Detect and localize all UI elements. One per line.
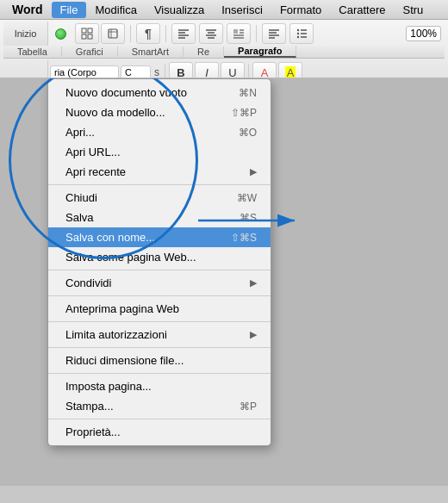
toolbar-btn-2[interactable] [101, 23, 125, 44]
toolbar-row1: Inizio ¶ [3, 22, 445, 46]
menu-open-url[interactable]: Apri URL... [48, 142, 271, 162]
section-paragrafo: Paragrafo [224, 46, 296, 58]
menu-open-recent[interactable]: Apri recente ▶ [48, 162, 271, 182]
file-dropdown-menu: Nuovo documento vuoto ⌘N Nuovo da modell… [47, 78, 271, 446]
inizio-label: Inizio [3, 22, 48, 46]
font-size-label: s [152, 66, 161, 78]
menu-inserisci[interactable]: Inserisci [213, 2, 271, 18]
menu-new-template[interactable]: Nuovo da modello... ⇧⌘P [48, 102, 271, 122]
menu-carattere[interactable]: Carattere [330, 2, 394, 18]
sep-5 [48, 347, 271, 348]
menu-save-web[interactable]: Salva come pagina Web... [48, 247, 271, 267]
traffic-light-icon[interactable] [55, 28, 66, 40]
tab-smartart[interactable]: SmartArt [118, 47, 184, 57]
list-icon-btn[interactable] [289, 23, 314, 44]
svg-rect-13 [233, 29, 238, 34]
svg-point-22 [297, 29, 299, 31]
sep-3 [48, 295, 271, 296]
inizio-label-2 [3, 60, 48, 78]
italic-btn[interactable]: I [195, 62, 219, 78]
font-name-input[interactable] [50, 65, 119, 78]
font-size-input[interactable] [121, 65, 151, 78]
extra-icon-btn[interactable] [262, 23, 286, 44]
toolbar-area: Inizio ¶ [0, 20, 448, 78]
menu-open[interactable]: Apri... ⌘O [48, 122, 271, 142]
menu-visualizza[interactable]: Visualizza [146, 2, 213, 18]
menu-strum[interactable]: Stru [394, 2, 432, 18]
font-sep [165, 64, 165, 78]
menu-file[interactable]: File [52, 2, 87, 18]
app-name: Word [3, 3, 52, 16]
svg-rect-2 [82, 34, 86, 39]
menu-reduce-size[interactable]: Riduci dimensione file... [48, 351, 271, 370]
toolbar-sep-2 [165, 25, 166, 42]
main-content-area: Nuovo documento vuoto ⌘N Nuovo da modell… [0, 78, 448, 486]
svg-point-26 [297, 36, 299, 38]
underline-btn[interactable]: U [221, 62, 245, 78]
tab-grafici[interactable]: Grafici [62, 47, 118, 57]
menu-properties[interactable]: Proprietà... [48, 422, 271, 442]
menu-bar: Word File Modifica Visualizza Inserisci … [0, 0, 448, 20]
sep-4 [48, 321, 271, 322]
section-names: Tabella Grafici SmartArt Re Paragrafo [3, 46, 445, 59]
toolbar-row2: s B I U A A [3, 59, 445, 78]
menu-print[interactable]: Stampa... ⌘P [48, 396, 271, 416]
zoom-display[interactable]: 100% [406, 26, 441, 41]
svg-point-24 [297, 33, 299, 34]
tab-re[interactable]: Re [184, 47, 224, 57]
toolbar-sep-1 [130, 25, 131, 42]
paragraph-icon-btn[interactable]: ¶ [136, 23, 160, 44]
menu-save[interactable]: Salva ⌘S [48, 208, 271, 227]
menu-close[interactable]: Chiudi ⌘W [48, 188, 271, 208]
sep-6 [48, 373, 271, 374]
toolbar-sep-3 [256, 25, 257, 42]
svg-rect-0 [82, 28, 86, 33]
align-center-btn[interactable] [199, 23, 223, 44]
bold-btn[interactable]: B [169, 62, 193, 78]
tab-tabella[interactable]: Tabella [3, 47, 62, 57]
sep-1 [48, 184, 271, 185]
menu-share[interactable]: Condividi ▶ [48, 273, 271, 293]
sep-2 [48, 270, 271, 270]
menu-page-setup[interactable]: Imposta pagina... [48, 376, 271, 396]
menu-modifica[interactable]: Modifica [86, 2, 145, 18]
svg-rect-3 [88, 34, 92, 39]
toolbar-btn-1[interactable] [75, 23, 99, 44]
svg-rect-1 [88, 28, 92, 33]
menu-limit-auth[interactable]: Limita autorizzazioni ▶ [48, 325, 271, 345]
menu-save-as[interactable]: Salva con nome... ⇧⌘S [48, 227, 271, 247]
svg-rect-4 [109, 29, 117, 38]
format-icon-btn[interactable] [227, 23, 251, 44]
color-btn[interactable]: A [252, 62, 277, 78]
highlight-btn[interactable]: A [278, 62, 302, 78]
align-left-btn[interactable] [171, 23, 196, 44]
menu-formato[interactable]: Formato [271, 2, 330, 18]
menu-preview-web[interactable]: Anteprima pagina Web [48, 299, 271, 319]
font-sep-2 [248, 64, 249, 78]
menu-new-empty[interactable]: Nuovo documento vuoto ⌘N [48, 83, 271, 102]
sep-7 [48, 419, 271, 419]
